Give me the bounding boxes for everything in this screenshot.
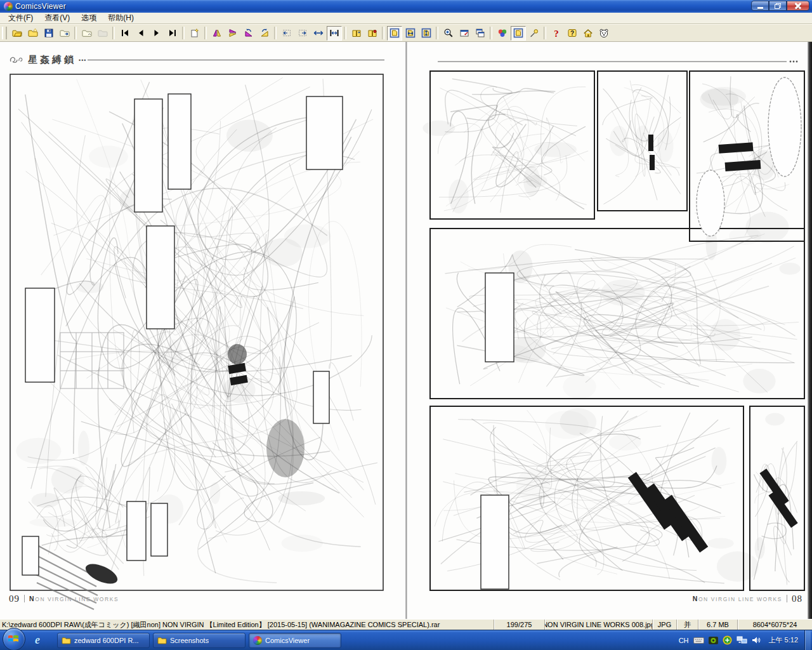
status-filename: NON VIRGIN LINE WORKS 008.jpg: [544, 620, 652, 630]
tray-network-icon[interactable]: [737, 636, 747, 644]
tray-keyboard-icon[interactable]: [693, 637, 704, 644]
toolbar-separator: [344, 27, 346, 39]
rotate-left-icon: [244, 28, 254, 38]
color-picker-icon: [529, 28, 539, 38]
folder-browse-icon: [82, 28, 92, 38]
status-format: JPG: [652, 620, 676, 630]
internet-explorer-icon[interactable]: e: [35, 633, 40, 647]
toolbar-shift-left-button[interactable]: [279, 26, 294, 41]
page-number-left: 09: [9, 594, 20, 604]
toolbar-view-normal-button[interactable]: [387, 26, 402, 41]
zoom-in-icon: [443, 28, 454, 38]
page-footer-right: NON VIRGIN LINE WORKS 08: [693, 593, 802, 604]
flip-vertical-icon: [228, 28, 238, 38]
tray-language-indicator[interactable]: CH: [679, 637, 689, 644]
chapter-title: 星姦縛鎖: [28, 54, 76, 66]
toolbar-prev-page-button[interactable]: [133, 26, 148, 41]
toolbar-last-page-button[interactable]: [165, 26, 180, 41]
toolbar-view-fit-width-button[interactable]: [403, 26, 418, 41]
show-desktop-button[interactable]: [804, 630, 811, 650]
toolbar-save-button[interactable]: [41, 26, 56, 41]
toolbar-grip[interactable]: [2, 27, 7, 39]
comic-page-left[interactable]: 星姦縛鎖 ••• 09 NON VIRGIN LINE WORKS: [0, 42, 405, 619]
menu-item-options[interactable]: 选项: [75, 12, 102, 24]
start-button[interactable]: [3, 628, 25, 650]
save-icon: [44, 28, 54, 38]
shift-right-icon: [298, 28, 308, 38]
toolbar-open-new-button[interactable]: [25, 26, 41, 41]
comicsviewer-icon: [253, 636, 262, 645]
menu-item-file[interactable]: 文件(F): [3, 12, 39, 24]
toolbar-zoom-in-button[interactable]: [441, 26, 456, 41]
restore-button[interactable]: [769, 1, 787, 11]
tray-clock[interactable]: 上午 5:12: [769, 635, 798, 645]
title-bar[interactable]: ComicsViewer: [0, 0, 812, 13]
toolbar-folder-browse-button[interactable]: [79, 26, 95, 41]
tray-safety-icon[interactable]: [723, 635, 732, 645]
toolbar-separator: [74, 27, 77, 39]
toolbar-expand-width-button[interactable]: [311, 26, 326, 41]
viewer-content: 星姦縛鎖 ••• 09 NON VIRGIN LINE WORKS: [0, 42, 812, 619]
taskbar-button-zedward-600dpi-r-[interactable]: zedward 600DPI R...: [57, 633, 150, 648]
last-page-icon: [167, 28, 178, 38]
toolbar-color-adjust-button[interactable]: [495, 26, 510, 41]
footer-divider: [787, 595, 787, 602]
toolbar-view-fit-height-button[interactable]: [419, 26, 434, 41]
toolbar-rotate-right-button[interactable]: [257, 26, 272, 41]
header-rule: [88, 60, 384, 60]
windows-logo-icon: [8, 633, 19, 644]
toolbar-open-file-button[interactable]: [10, 26, 25, 41]
open-new-icon: [28, 28, 38, 38]
toolbar-page-frame-button[interactable]: [511, 26, 526, 41]
toolbar-flip-horizontal-button[interactable]: [209, 26, 225, 41]
status-page-position: 199/275: [494, 620, 544, 630]
prev-page-icon: [136, 28, 146, 38]
view-fit-height-icon: [421, 28, 431, 38]
minimize-button[interactable]: [751, 1, 769, 11]
comicsviewer-window: ComicsViewer 文件(F)查看(V)选项帮助(H) ??: [0, 0, 812, 630]
tray-volume-icon[interactable]: [752, 636, 761, 644]
toolbar-rotate-left-button[interactable]: [241, 26, 256, 41]
toolbar-flip-vertical-button[interactable]: [225, 26, 240, 41]
toolbar-separator: [382, 27, 384, 39]
fit-width-icon: [329, 28, 339, 38]
toolbar-next-page-button[interactable]: [149, 26, 164, 41]
toolbar-goto-page-button[interactable]: [187, 26, 202, 41]
toolbar-home-button[interactable]: [580, 26, 596, 41]
menu-item-help[interactable]: 帮助(H): [102, 12, 140, 24]
toolbar-book-mode-button[interactable]: [365, 26, 380, 41]
app-icon: [4, 2, 13, 11]
system-tray: CH上午 5:12: [679, 630, 812, 650]
toolbar-shrink-window-button[interactable]: [457, 26, 472, 41]
toolbar-cascade-windows-button[interactable]: [473, 26, 488, 41]
svg-text:?: ?: [570, 30, 573, 37]
toolbar-color-picker-button[interactable]: [527, 26, 542, 41]
comic-page-right[interactable]: NON VIRGIN LINE WORKS 08: [407, 42, 812, 619]
toolbar-help-button[interactable]: ?: [549, 26, 564, 41]
toolbar-separator: [112, 27, 115, 39]
toolbar-shift-right-button[interactable]: [295, 26, 310, 41]
toolbar-first-page-button[interactable]: [117, 26, 133, 41]
taskbar-button-comicsviewer[interactable]: ComicsViewer: [249, 633, 341, 648]
two-page-mode-icon: [351, 28, 362, 38]
home-icon: [583, 28, 593, 38]
toolbar-separator: [204, 27, 207, 39]
status-dimensions: 8604*6075*24: [737, 620, 812, 630]
close-button[interactable]: [787, 1, 809, 11]
toolbar-fit-width-button[interactable]: [327, 26, 342, 41]
page-frame-icon: [513, 28, 523, 38]
toolbar-separator: [274, 27, 277, 39]
quick-launch: e: [28, 633, 47, 647]
menu-item-view[interactable]: 查看(V): [39, 12, 75, 24]
ornament-icon: [9, 54, 25, 65]
toolbar-two-page-mode-button[interactable]: [349, 26, 364, 41]
toolbar-context-help-button[interactable]: ?: [565, 26, 580, 41]
toolbar-export-folder-button[interactable]: [57, 26, 72, 41]
toolbar-about-button[interactable]: [596, 26, 612, 41]
minimize-icon: [757, 7, 763, 9]
folder-icon: [62, 636, 71, 644]
tray-nvidia-icon[interactable]: [709, 636, 718, 645]
comic-art-right: [407, 42, 812, 619]
taskbar-button-screenshots[interactable]: Screenshots: [153, 633, 246, 648]
header-dots: •••: [79, 57, 86, 63]
